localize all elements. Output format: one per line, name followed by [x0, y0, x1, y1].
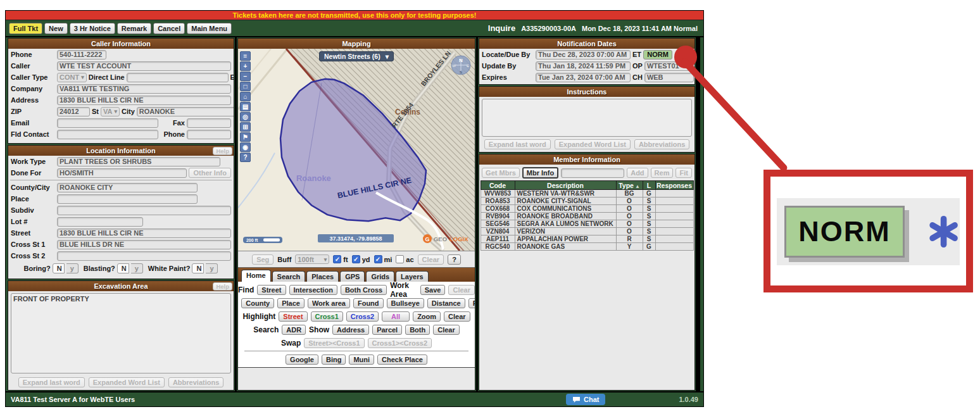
- mbr-info-button[interactable]: Mbr Info: [522, 167, 558, 179]
- member-row-rvb904[interactable]: RVB904ROANOKE BROADBANDOS: [481, 213, 693, 220]
- map-layer-select[interactable]: Newtin Streets (6)▾: [319, 51, 394, 61]
- muni-button[interactable]: Muni: [349, 354, 374, 365]
- chat-button[interactable]: Chat: [566, 394, 605, 405]
- map-canvas[interactable]: Roanoke BLUE HILLS CIR NE Collins BROYLE…: [238, 49, 475, 251]
- street-button[interactable]: Street: [257, 285, 286, 295]
- cross-st-2-input[interactable]: [57, 251, 231, 261]
- cross1-button[interactable]: Cross1: [311, 311, 343, 322]
- toolbar-button-full-tkt[interactable]: Full Tkt: [9, 23, 42, 34]
- tab-grids[interactable]: Grids: [366, 271, 394, 282]
- menu-icon[interactable]: ≡: [240, 51, 251, 61]
- responses-column-header[interactable]: Responses: [655, 181, 693, 190]
- mi-checkbox[interactable]: ✓: [374, 255, 382, 263]
- county-city-input[interactable]: [57, 183, 198, 192]
- yd-checkbox[interactable]: ✓: [352, 255, 360, 263]
- cross-st-1-input[interactable]: [57, 240, 231, 249]
- clear-button[interactable]: Clear: [444, 311, 470, 322]
- place-input[interactable]: [57, 194, 198, 204]
- distance-button[interactable]: Distance: [427, 298, 465, 308]
- subdiv-input[interactable]: [57, 206, 231, 215]
- blasting-no-button[interactable]: N: [117, 263, 129, 273]
- expires-input[interactable]: [536, 73, 631, 82]
- instructions-textarea[interactable]: [482, 99, 692, 137]
- all-button[interactable]: All: [382, 311, 410, 322]
- bullseye-icon[interactable]: ◎: [240, 112, 251, 122]
- visibility-icon[interactable]: ◉: [240, 142, 251, 152]
- member-row-cox668[interactable]: COX668COX COMMUNICATIONSOS: [481, 205, 693, 213]
- both-cross-button[interactable]: Both Cross: [341, 285, 387, 295]
- bullseye-button[interactable]: Bullseye: [387, 298, 424, 308]
- city-input[interactable]: [137, 107, 234, 116]
- check-place-button[interactable]: Check Place: [377, 354, 427, 365]
- cross2-button[interactable]: Cross2: [346, 311, 379, 322]
- tab-search[interactable]: Search: [272, 271, 306, 282]
- done-for-input[interactable]: [57, 168, 187, 178]
- caller-input[interactable]: [57, 61, 231, 71]
- toolbar-button-cancel[interactable]: Cancel: [153, 23, 185, 34]
- white-paint-yes-button[interactable]: y: [206, 263, 218, 273]
- phone-input[interactable]: [57, 50, 106, 60]
- tab-places[interactable]: Places: [306, 271, 339, 282]
- parcel-button[interactable]: Parcel: [372, 325, 402, 335]
- tab-layers[interactable]: Layers: [396, 271, 428, 282]
- street-button[interactable]: Street: [279, 311, 307, 322]
- l-column-header[interactable]: L: [643, 181, 655, 190]
- toolbar-button-remark[interactable]: Remark: [117, 23, 151, 34]
- direct-line-input[interactable]: [127, 73, 229, 82]
- save-button[interactable]: Save: [420, 285, 446, 295]
- tab-gps[interactable]: GPS: [340, 271, 365, 282]
- fax-input[interactable]: [187, 118, 231, 128]
- found-button[interactable]: Found: [353, 298, 384, 308]
- select-area-icon[interactable]: □: [240, 82, 251, 91]
- member-row-wvw853[interactable]: WVW853WESTERN VA-WTR&SWRBGG: [481, 190, 693, 198]
- adr-button[interactable]: ADR: [282, 325, 306, 335]
- county-button[interactable]: County: [241, 298, 274, 308]
- flags-button[interactable]: Flags: [468, 298, 475, 308]
- locate-due-by-input[interactable]: [536, 50, 631, 60]
- update-by-input[interactable]: [536, 61, 631, 71]
- address-button[interactable]: Address: [332, 325, 369, 335]
- intersection-button[interactable]: Intersection: [289, 285, 337, 295]
- place-button[interactable]: Place: [277, 298, 305, 308]
- boring-yes-button[interactable]: y: [66, 263, 79, 273]
- code-column-header[interactable]: Code: [481, 181, 515, 190]
- measure-icon[interactable]: ▤: [240, 102, 251, 111]
- work-type-input[interactable]: [57, 157, 220, 166]
- state-select[interactable]: VA▾: [101, 107, 120, 116]
- lot-input[interactable]: [57, 217, 143, 227]
- map-help-icon[interactable]: ?: [240, 153, 251, 162]
- buff-select[interactable]: 100ft▾: [295, 254, 329, 264]
- toolbar-button-main-menu[interactable]: Main Menu: [187, 23, 232, 34]
- excavation-help-button[interactable]: Help: [213, 282, 232, 291]
- fld-contact-input[interactable]: [57, 130, 158, 139]
- excavation-textarea[interactable]: FRONT OF PROPERTY: [11, 293, 231, 373]
- both-button[interactable]: Both: [405, 325, 430, 335]
- boring-no-button[interactable]: N: [53, 263, 65, 273]
- member-row-vzn804[interactable]: VZN804VERIZONOS: [481, 228, 693, 235]
- bing-button[interactable]: Bing: [322, 354, 346, 365]
- zoom-in-icon[interactable]: +: [240, 61, 251, 71]
- zoom-out-icon[interactable]: −: [240, 72, 251, 81]
- tab-home[interactable]: Home: [241, 270, 271, 282]
- location-help-button[interactable]: Help: [213, 147, 232, 155]
- white-paint-no-button[interactable]: N: [192, 263, 204, 273]
- type-column-header[interactable]: Type▲: [616, 181, 643, 190]
- toolbar-button-3-hr-notice[interactable]: 3 Hr Notice: [70, 23, 115, 34]
- ch-input[interactable]: [644, 73, 694, 82]
- ft-checkbox[interactable]: ✓: [333, 255, 341, 263]
- address-input[interactable]: [57, 96, 231, 105]
- member-search-input[interactable]: [561, 168, 624, 178]
- flag-icon[interactable]: ⚑: [240, 132, 251, 142]
- toolbar-button-new[interactable]: New: [44, 23, 68, 34]
- buff-help-button[interactable]: ?: [448, 254, 461, 265]
- signpost-icon[interactable]: ⊞: [240, 122, 251, 132]
- work-area-button[interactable]: Work area: [308, 298, 350, 308]
- street-input[interactable]: [57, 229, 231, 238]
- google-button[interactable]: Google: [286, 354, 318, 365]
- fld-phone-input[interactable]: [187, 130, 231, 139]
- caller-type-select[interactable]: CONT▾: [57, 73, 87, 82]
- email-input[interactable]: [57, 118, 158, 128]
- zip-input[interactable]: [57, 107, 90, 116]
- member-row-roa853[interactable]: ROA853ROANOKE CITY-SIGNALOS: [481, 198, 693, 205]
- member-row-rgc540[interactable]: RGC540ROANOKE GASYG: [481, 243, 693, 251]
